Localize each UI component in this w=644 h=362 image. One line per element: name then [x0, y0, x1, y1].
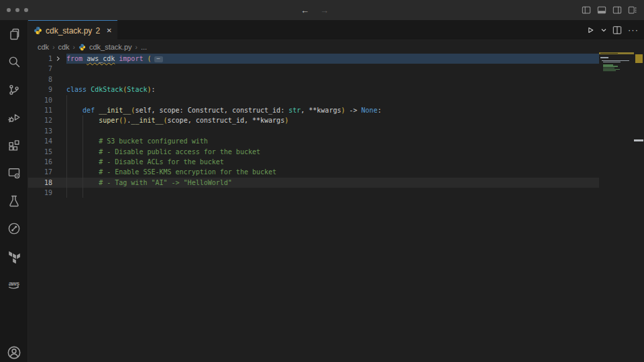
line-number: 1 [28, 54, 52, 64]
folded-region-indicator[interactable]: – [154, 56, 163, 62]
code-line-19[interactable]: 19 [28, 188, 599, 198]
history-navigation: ← → [301, 0, 329, 20]
line-number: 18 [28, 178, 52, 188]
window-zoom-dot[interactable] [24, 8, 28, 12]
sidebar-item-remote-explorer[interactable] [0, 160, 28, 188]
code-line-13[interactable]: 13 [28, 126, 599, 136]
chevron-right-icon: › [73, 44, 75, 51]
line-number: 16 [28, 157, 52, 167]
terraform-icon [7, 250, 21, 263]
code-line-16[interactable]: 16 # - Disable ACLs for the bucket [28, 157, 599, 167]
code-line-12[interactable]: 12 super().__init__(scope, construct_id,… [28, 115, 599, 125]
tab-cdk-stack[interactable]: cdk_stack.py 2 ✕ [28, 20, 117, 40]
titlebar: ← → [0, 0, 644, 20]
line-number: 13 [28, 126, 52, 136]
line-number: 15 [28, 147, 52, 157]
split-editor-icon[interactable] [612, 25, 622, 35]
breadcrumb-folder[interactable]: cdk [58, 43, 69, 51]
fold-gutter [52, 147, 66, 157]
activity-bar: aws [0, 20, 28, 362]
tab-badge: 2 [95, 26, 100, 36]
code-text[interactable]: super().__init__(scope, construct_id, **… [66, 115, 599, 125]
sidebar-item-run-debug[interactable] [0, 104, 28, 132]
source-control-icon [7, 83, 21, 97]
sidebar-item-search[interactable] [0, 48, 28, 76]
breadcrumb-file[interactable]: cdk_stack.py [89, 43, 132, 51]
code-line-18[interactable]: 18 # - Tag with "AI" -> "HelloWorld" [28, 178, 599, 188]
toggle-panel-icon[interactable] [597, 5, 606, 15]
code-text[interactable]: class CdkStack(Stack): [66, 84, 599, 95]
minimap[interactable] [599, 52, 634, 106]
sidebar-item-extensions[interactable] [0, 131, 28, 160]
sidebar-item-aws[interactable]: aws [0, 271, 28, 299]
go-back-icon[interactable]: ← [301, 5, 309, 15]
code-line-14[interactable]: 14 # S3 bucket configured with [28, 136, 599, 146]
line-number: 17 [28, 167, 52, 177]
code-text[interactable] [66, 188, 599, 198]
fold-gutter [52, 178, 66, 188]
code-line-15[interactable]: 15 # - Disable public access for the buc… [28, 147, 599, 157]
beaker-icon [7, 194, 21, 208]
code-text[interactable] [66, 74, 599, 84]
code-text[interactable] [66, 126, 599, 136]
line-number: 19 [28, 188, 52, 198]
code-line-10[interactable]: 10 [28, 95, 599, 105]
more-actions-icon[interactable]: ··· [628, 27, 639, 34]
editor-actions: ··· [586, 20, 639, 40]
toggle-primary-sidebar-icon[interactable] [582, 5, 591, 15]
code-line-7[interactable]: 7 [28, 64, 599, 74]
accounts-item[interactable] [0, 345, 28, 360]
code-text[interactable]: # - Disable ACLs for the bucket [66, 157, 599, 167]
fold-gutter [52, 95, 66, 105]
code-text[interactable]: # - Disable public access for the bucket [66, 147, 599, 157]
line-number: 8 [28, 74, 52, 84]
run-debug-icon [7, 111, 21, 124]
chevron-right-icon: › [52, 44, 54, 51]
sidebar-item-source-control[interactable] [0, 76, 28, 104]
code-text[interactable]: # - Tag with "AI" -> "HelloWorld" [66, 178, 599, 188]
scrollbar[interactable] [634, 52, 644, 362]
fold-chevron-icon[interactable] [52, 54, 66, 64]
window-controls[interactable] [7, 8, 28, 12]
vscode-window: ← → [0, 0, 644, 362]
fold-gutter [52, 105, 66, 115]
code-text[interactable] [66, 95, 599, 105]
sidebar-item-commit-graph[interactable] [0, 215, 28, 243]
code-line-17[interactable]: 17 # - Enable SSE-KMS encryption for the… [28, 167, 599, 177]
customize-layout-icon[interactable] [628, 5, 637, 15]
go-forward-icon[interactable]: → [320, 5, 329, 15]
explorer-icon [7, 27, 21, 41]
code-text[interactable]: # - Enable SSE-KMS encryption for the bu… [66, 167, 599, 177]
code-text[interactable] [66, 64, 599, 74]
code-line-11[interactable]: 11 def __init__(self, scope: Construct, … [28, 105, 599, 115]
code-text[interactable]: from aws_cdk import (– [66, 54, 599, 64]
window-minimize-dot[interactable] [15, 8, 19, 12]
code-text[interactable]: def __init__(self, scope: Construct, con… [66, 105, 599, 115]
fold-gutter [52, 188, 66, 198]
code-line-1[interactable]: 1from aws_cdk import (– [28, 54, 599, 64]
tab-close-icon[interactable]: ✕ [107, 27, 112, 34]
code-text[interactable]: # S3 bucket configured with [66, 136, 599, 146]
layout-controls [582, 0, 637, 20]
fold-gutter [52, 136, 66, 146]
breadcrumb-folder[interactable]: cdk [38, 43, 49, 51]
sidebar-item-explorer[interactable] [0, 20, 28, 48]
sidebar-item-terraform[interactable] [0, 243, 28, 271]
window-close-dot[interactable] [7, 8, 11, 12]
fold-gutter [52, 64, 66, 74]
fold-gutter [52, 84, 66, 95]
run-dropdown-chevron-icon[interactable] [601, 27, 606, 33]
code-line-9[interactable]: 9class CdkStack(Stack): [28, 84, 599, 95]
toggle-secondary-sidebar-icon[interactable] [612, 5, 622, 15]
tab-label: cdk_stack.py [46, 26, 92, 36]
line-number: 9 [28, 84, 52, 95]
code-line-8[interactable]: 8 [28, 74, 599, 84]
overview-warning-marker [635, 54, 643, 63]
sidebar-item-testing[interactable] [0, 187, 28, 215]
code-lines[interactable]: 1from aws_cdk import (–789class CdkStack… [28, 54, 599, 198]
breadcrumb-symbol[interactable]: ... [141, 43, 147, 51]
line-number: 12 [28, 115, 52, 125]
run-python-file-icon[interactable] [586, 25, 595, 35]
remote-explorer-icon [7, 166, 21, 180]
fold-gutter [52, 74, 66, 84]
